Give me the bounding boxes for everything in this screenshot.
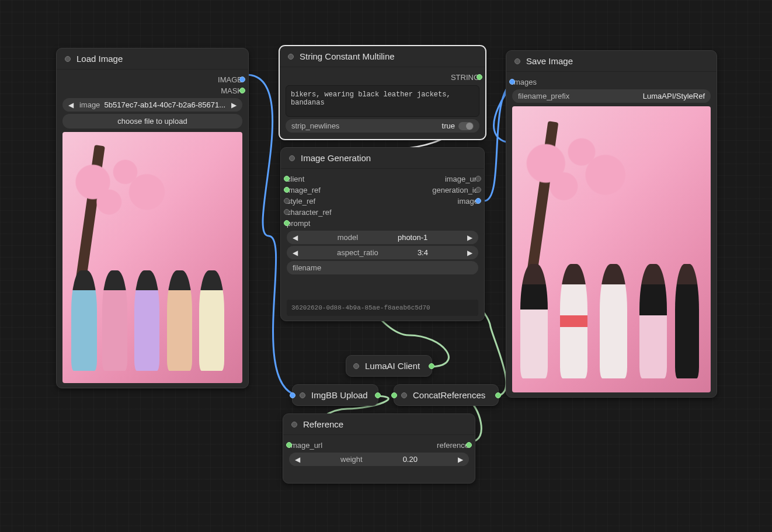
- chevron-left-icon[interactable]: ◀: [293, 249, 298, 257]
- output-port-image[interactable]: [239, 77, 245, 82]
- input-port-image-url[interactable]: [286, 442, 292, 448]
- node-image-generation[interactable]: Image Generation clientimage_url image_r…: [280, 147, 485, 321]
- filename-input[interactable]: filename: [287, 261, 478, 274]
- input-port[interactable]: [290, 392, 295, 398]
- image-selector[interactable]: ◀ image 5b517ec7-ab14-40c7-b2a6-85671...…: [62, 98, 242, 112]
- node-load-image[interactable]: Load Image IMAGE MASK ◀ image 5b517ec7-a…: [56, 48, 249, 388]
- output-port-string[interactable]: [477, 74, 482, 80]
- model-selector[interactable]: ◀ model photon-1 ▶: [287, 231, 478, 244]
- node-title: String Constant Multiline: [300, 51, 395, 61]
- image-preview: [62, 132, 242, 383]
- chevron-right-icon[interactable]: ▶: [467, 234, 472, 242]
- chevron-left-icon[interactable]: ◀: [295, 455, 300, 464]
- collapse-icon[interactable]: [289, 155, 295, 161]
- node-header[interactable]: String Constant Multiline: [280, 46, 485, 67]
- node-header[interactable]: Load Image: [57, 48, 248, 69]
- aspect-ratio-selector[interactable]: ◀ aspect_ratio 3:4 ▶: [287, 246, 478, 259]
- input-port-image-ref[interactable]: [284, 187, 290, 193]
- node-header[interactable]: ConcatReferences: [394, 385, 498, 405]
- node-header[interactable]: LumaAI Client: [346, 356, 432, 376]
- image-preview: [512, 106, 711, 392]
- output-port-image-url[interactable]: [475, 176, 481, 182]
- output-port-reference[interactable]: [466, 442, 472, 448]
- node-save-image[interactable]: Save Image images filename_prefix LumaAP…: [506, 50, 717, 398]
- node-header[interactable]: ImgBB Upload: [293, 385, 378, 405]
- collapse-icon[interactable]: [288, 54, 294, 60]
- collapse-icon[interactable]: [291, 422, 297, 427]
- image-filename: 5b517ec7-ab14-40c7-b2a6-85671...: [105, 100, 225, 109]
- output-port-gen-id[interactable]: [475, 187, 481, 193]
- strip-newlines-toggle[interactable]: strip_newlines true: [286, 119, 479, 133]
- prompt-textarea[interactable]: bikers, wearing black leather jackets, b…: [286, 85, 479, 117]
- generation-id-output: 36202620-0d88-4b9a-85ae-f8aeab6c5d70: [287, 300, 478, 316]
- toggle-icon[interactable]: [458, 122, 474, 130]
- node-concat-references[interactable]: ConcatReferences: [394, 384, 499, 406]
- input-port-char-ref[interactable]: [284, 209, 290, 215]
- node-title: ConcatReferences: [413, 390, 485, 400]
- node-title: Save Image: [526, 56, 573, 66]
- node-header[interactable]: Reference: [283, 414, 475, 435]
- node-reference[interactable]: Reference image_url reference ◀ weight 0…: [283, 413, 475, 484]
- node-title: ImgBB Upload: [311, 390, 368, 400]
- weight-input[interactable]: ◀ weight 0.20 ▶: [289, 453, 469, 466]
- output-label: IMAGE: [218, 75, 242, 84]
- chevron-right-icon[interactable]: ▶: [458, 455, 463, 464]
- node-title: Reference: [303, 419, 343, 429]
- input-port[interactable]: [391, 392, 397, 398]
- input-port-images[interactable]: [509, 79, 515, 85]
- output-port[interactable]: [375, 392, 381, 398]
- collapse-icon[interactable]: [300, 392, 305, 398]
- node-string-constant[interactable]: String Constant Multiline STRING bikers,…: [279, 46, 486, 140]
- input-port-client[interactable]: [284, 176, 290, 182]
- input-port-prompt[interactable]: [284, 220, 290, 226]
- output-port-image[interactable]: [475, 198, 481, 204]
- output-port-mask[interactable]: [239, 88, 245, 93]
- node-lumaai-client[interactable]: LumaAI Client: [346, 355, 432, 377]
- output-port[interactable]: [495, 392, 501, 398]
- collapse-icon[interactable]: [514, 58, 520, 64]
- collapse-icon[interactable]: [401, 392, 407, 398]
- collapse-icon[interactable]: [353, 363, 359, 369]
- node-header[interactable]: Save Image: [506, 51, 717, 72]
- node-imgbb-upload[interactable]: ImgBB Upload: [292, 384, 378, 406]
- chevron-left-icon[interactable]: ◀: [293, 234, 298, 242]
- filename-prefix-input[interactable]: filename_prefix LumaAPI/StyleRef: [512, 89, 711, 103]
- upload-button[interactable]: choose file to upload: [62, 114, 242, 128]
- output-label: STRING: [451, 73, 479, 82]
- chevron-right-icon[interactable]: ▶: [231, 101, 237, 109]
- node-header[interactable]: Image Generation: [281, 148, 484, 169]
- chevron-left-icon[interactable]: ◀: [68, 101, 74, 109]
- chevron-right-icon[interactable]: ▶: [467, 249, 472, 257]
- collapse-icon[interactable]: [65, 56, 71, 62]
- output-port[interactable]: [429, 363, 434, 369]
- input-port-style-ref[interactable]: [284, 198, 290, 204]
- node-title: Load Image: [76, 54, 123, 64]
- node-title: LumaAI Client: [365, 361, 420, 371]
- node-title: Image Generation: [301, 153, 371, 163]
